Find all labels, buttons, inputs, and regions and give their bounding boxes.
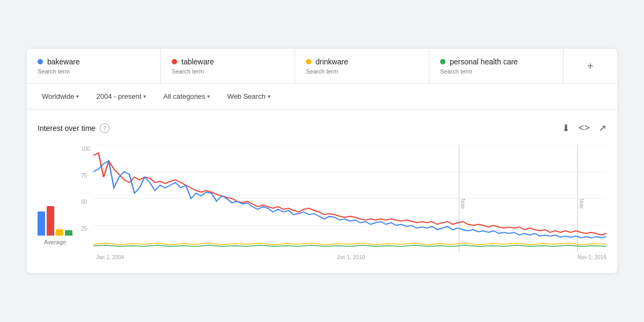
tableware-line (93, 153, 606, 235)
x-axis: Jan 1, 2004 Jun 1, 2010 Nov 1, 2016 (81, 252, 606, 260)
time-filter[interactable]: 2004 - present ▾ (92, 90, 150, 103)
category-filter[interactable]: All categories ▾ (159, 90, 214, 103)
region-label: Worldwide (42, 92, 74, 100)
y-label-50: 50 (81, 199, 90, 205)
term-sublabel-personal-health-care: Search term (440, 68, 552, 75)
avg-label: Average (44, 239, 66, 245)
chart-title-group: Interest over time ? (38, 123, 109, 133)
time-chevron-icon: ▾ (143, 93, 146, 99)
time-label: 2004 - present (96, 92, 141, 100)
search-type-label: Web Search (227, 92, 265, 100)
note-label-2: Note (579, 199, 585, 209)
x-label-2016: Nov 1, 2016 (577, 254, 606, 260)
avg-bar-2 (56, 229, 63, 236)
avg-bar-1 (47, 206, 54, 236)
avg-bars (38, 203, 72, 236)
y-label-75: 75 (81, 173, 90, 179)
chart-header: Interest over time ? ⬇ <> ↗ (38, 122, 606, 134)
term-label-tableware: tableware (181, 57, 214, 66)
search-terms-bar: bakeware Search term tableware Search te… (27, 49, 617, 84)
note-label-1: Note (459, 199, 466, 209)
bakeware-line (93, 161, 606, 238)
chart-area: Average 100 75 50 25 (38, 145, 606, 260)
search-term-bakeware[interactable]: bakeware Search term (27, 49, 161, 83)
filters-bar: Worldwide ▾ 2004 - present ▾ All categor… (27, 84, 617, 109)
chart-title: Interest over time (38, 124, 96, 133)
trend-chart: Note Note (93, 145, 606, 252)
drinkware-line (93, 243, 606, 245)
term-sublabel-bakeware: Search term (38, 68, 150, 75)
embed-button[interactable]: <> (579, 122, 590, 134)
term-label-drinkware: drinkware (316, 57, 348, 66)
term-dot-personal-health-care (440, 59, 445, 64)
y-label-25: 25 (81, 226, 90, 232)
search-term-personal-health-care[interactable]: personal health care Search term (429, 49, 564, 83)
add-term-button[interactable]: + (564, 49, 617, 83)
share-button[interactable]: ↗ (598, 122, 606, 134)
avg-bar-3 (65, 230, 72, 236)
term-dot-drinkware (306, 59, 311, 64)
region-chevron-icon: ▾ (76, 93, 79, 99)
personal-health-care-line (93, 245, 606, 246)
region-filter[interactable]: Worldwide ▾ (38, 90, 83, 103)
download-button[interactable]: ⬇ (562, 122, 570, 134)
term-label-personal-health-care: personal health care (450, 57, 518, 66)
term-label-bakeware: bakeware (47, 57, 80, 66)
chart-main: 100 75 50 25 (81, 145, 606, 260)
help-icon[interactable]: ? (100, 123, 109, 133)
term-sublabel-drinkware: Search term (306, 68, 418, 75)
avg-bar-0 (38, 211, 45, 236)
search-term-drinkware[interactable]: drinkware Search term (295, 49, 429, 83)
main-container: bakeware Search term tableware Search te… (27, 49, 617, 273)
search-term-tableware[interactable]: tableware Search term (161, 49, 295, 83)
category-chevron-icon: ▾ (207, 93, 210, 99)
y-label-100: 100 (81, 146, 90, 152)
x-label-2010: Jun 1, 2010 (337, 254, 365, 260)
term-dot-tableware (172, 59, 177, 64)
search-type-filter[interactable]: Web Search ▾ (223, 90, 274, 103)
term-dot-bakeware (38, 59, 43, 64)
chart-section: Interest over time ? ⬇ <> ↗ Average 100 (27, 109, 617, 273)
chart-legend-avg: Average (38, 203, 72, 245)
category-label: All categories (163, 92, 205, 100)
term-sublabel-tableware: Search term (172, 68, 284, 75)
x-label-2004: Jan 1, 2004 (96, 254, 124, 260)
chart-actions: ⬇ <> ↗ (562, 122, 606, 134)
search-type-chevron-icon: ▾ (268, 93, 270, 99)
